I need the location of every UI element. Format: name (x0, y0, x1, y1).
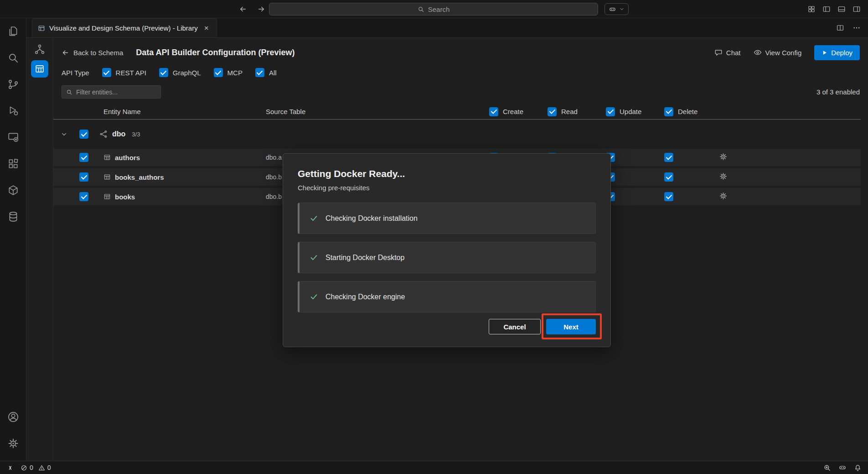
play-icon (822, 50, 827, 56)
warning-count: 0 (47, 464, 51, 471)
run-debug-icon[interactable] (2, 100, 24, 122)
back-arrow-icon (62, 49, 69, 57)
cancel-button[interactable]: Cancel (489, 319, 541, 334)
status-bar: 0 0 (0, 461, 868, 474)
update-header: Update (599, 107, 657, 116)
database-projects-icon[interactable] (2, 206, 24, 228)
toggle-primary-sidebar-icon[interactable] (822, 5, 831, 13)
api-type-label: API Type (62, 69, 89, 77)
back-to-schema-link[interactable]: Back to Schema (62, 49, 123, 57)
tab-schema-icon (38, 25, 45, 32)
read-header-label: Read (561, 108, 578, 115)
step-docker-desktop: Starting Docker Desktop (298, 242, 596, 273)
delete-checkbox[interactable] (664, 192, 673, 201)
all-option: All (255, 68, 277, 77)
mcp-label: MCP (227, 69, 243, 77)
page-title: Data API Builder Configuration (Preview) (136, 48, 294, 57)
schema-designer-view-icon[interactable] (33, 42, 46, 56)
rest-api-checkbox[interactable] (102, 68, 111, 77)
step-success-check-icon (310, 253, 318, 262)
delete-checkbox[interactable] (664, 153, 673, 162)
tab-close-icon[interactable]: × (202, 24, 211, 33)
graphql-label: GraphQL (173, 69, 201, 77)
read-all-checkbox[interactable] (548, 107, 557, 116)
problems-indicator[interactable]: 0 0 (21, 464, 51, 471)
dialog-subtitle: Checking pre-requisites (298, 184, 596, 192)
eye-icon (754, 48, 762, 57)
step-label: Checking Docker installation (326, 214, 418, 223)
history-back-icon[interactable] (238, 4, 248, 14)
row-settings-gear-icon[interactable] (719, 152, 728, 161)
mcp-checkbox[interactable] (214, 68, 223, 77)
entity-name: books (115, 193, 135, 201)
create-all-checkbox[interactable] (489, 107, 498, 116)
toggle-panel-icon[interactable] (837, 5, 846, 13)
rest-api-label: REST API (116, 69, 146, 77)
dab-config-view-icon[interactable] (31, 60, 48, 78)
group-count: 3/3 (132, 131, 140, 138)
settings-gear-icon[interactable] (2, 432, 24, 454)
table-icon (103, 154, 111, 161)
update-header-label: Update (620, 108, 641, 115)
all-checkbox[interactable] (255, 68, 264, 77)
mcp-option: MCP (214, 68, 243, 77)
create-header-label: Create (503, 108, 523, 115)
view-switcher (26, 38, 53, 461)
all-label: All (269, 69, 277, 77)
filter-search-icon (66, 89, 72, 95)
remote-indicator[interactable] (6, 464, 14, 472)
row-select-checkbox[interactable] (79, 192, 88, 201)
accounts-icon[interactable] (2, 406, 24, 428)
source-table-header: Source Table (266, 108, 482, 115)
row-select-checkbox[interactable] (79, 172, 88, 182)
entity-name: authors (115, 154, 140, 161)
command-center-search[interactable]: Search (269, 3, 598, 16)
step-success-check-icon (310, 214, 318, 223)
delete-checkbox[interactable] (664, 172, 673, 182)
copilot-status-icon[interactable] (838, 464, 847, 472)
screencast-zoom-icon[interactable] (823, 464, 831, 472)
source-control-icon[interactable] (2, 73, 24, 95)
split-editor-icon[interactable] (836, 24, 844, 32)
title-bar: Search (0, 0, 868, 18)
row-settings-gear-icon[interactable] (719, 192, 728, 200)
group-select-checkbox[interactable] (79, 130, 88, 139)
table-icon (103, 193, 111, 200)
copilot-menu-button[interactable] (604, 3, 629, 15)
row-select-checkbox[interactable] (79, 153, 88, 162)
notifications-bell-icon[interactable] (854, 464, 862, 472)
schema-share-icon (99, 130, 108, 138)
container-tools-icon[interactable] (2, 179, 24, 201)
remote-explorer-icon[interactable] (2, 126, 24, 148)
step-label: Checking Docker engine (326, 293, 405, 301)
delete-all-checkbox[interactable] (664, 107, 673, 116)
search-icon (418, 6, 424, 13)
error-count: 0 (30, 464, 33, 471)
view-config-label: View Config (765, 49, 802, 57)
chat-button[interactable]: Chat (714, 48, 741, 57)
filter-entities-input[interactable] (76, 89, 159, 96)
deploy-button[interactable]: Deploy (814, 45, 860, 60)
tab-label: Visualize and Design Schema (Preview) - … (49, 24, 198, 32)
schema-group-row[interactable]: dbo 3/3 (53, 120, 861, 149)
toggle-secondary-sidebar-icon[interactable] (852, 5, 861, 13)
explorer-icon[interactable] (2, 21, 24, 42)
step-docker-engine: Checking Docker engine (298, 281, 596, 313)
customize-layout-icon[interactable] (807, 5, 816, 13)
chevron-down-icon[interactable] (53, 131, 74, 138)
tab-visualize-design-schema[interactable]: Visualize and Design Schema (Preview) - … (32, 18, 217, 37)
chevron-down-icon (619, 6, 625, 12)
graphql-checkbox[interactable] (159, 68, 168, 77)
row-settings-gear-icon[interactable] (719, 172, 728, 181)
extensions-icon[interactable] (2, 153, 24, 175)
delete-header: Delete (657, 107, 715, 116)
back-to-schema-label: Back to Schema (73, 49, 123, 57)
view-config-button[interactable]: View Config (754, 48, 802, 57)
getting-docker-ready-dialog: Getting Docker Ready... Checking pre-req… (283, 153, 611, 347)
next-button[interactable]: Next (546, 319, 596, 334)
search-view-icon[interactable] (2, 47, 24, 69)
editor-more-actions-icon[interactable] (852, 24, 861, 32)
update-all-checkbox[interactable] (606, 107, 615, 116)
history-forward-icon[interactable] (256, 4, 266, 14)
deploy-label: Deploy (831, 49, 852, 57)
